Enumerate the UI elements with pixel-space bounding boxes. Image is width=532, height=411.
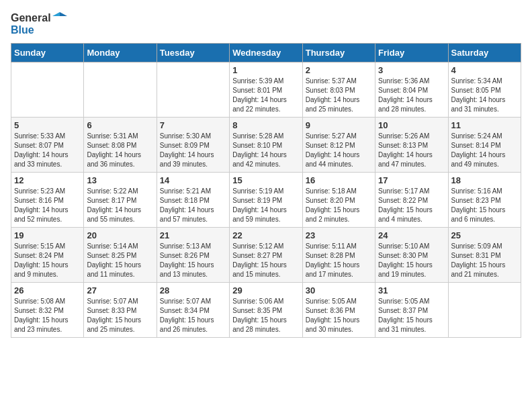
day-number: 15 bbox=[232, 175, 299, 185]
calendar-cell: 4Sunrise: 5:34 AM Sunset: 8:05 PM Daylig… bbox=[448, 62, 521, 117]
day-number: 23 bbox=[306, 230, 372, 240]
calendar-cell: 2Sunrise: 5:37 AM Sunset: 8:03 PM Daylig… bbox=[302, 62, 375, 117]
day-number: 24 bbox=[378, 230, 445, 240]
day-number: 25 bbox=[451, 230, 518, 240]
cell-content: Sunrise: 5:12 AM Sunset: 8:27 PM Dayligh… bbox=[232, 242, 299, 279]
cell-content: Sunrise: 5:26 AM Sunset: 8:13 PM Dayligh… bbox=[378, 132, 445, 169]
cell-content: Sunrise: 5:13 AM Sunset: 8:26 PM Dayligh… bbox=[160, 242, 226, 279]
day-number: 5 bbox=[14, 120, 81, 130]
calendar-cell bbox=[84, 62, 157, 117]
weekday-header-monday: Monday bbox=[84, 43, 157, 62]
cell-content: Sunrise: 5:34 AM Sunset: 8:05 PM Dayligh… bbox=[451, 77, 518, 114]
cell-content: Sunrise: 5:05 AM Sunset: 8:36 PM Dayligh… bbox=[306, 297, 372, 334]
weekday-header-tuesday: Tuesday bbox=[157, 43, 229, 62]
calendar-cell: 21Sunrise: 5:13 AM Sunset: 8:26 PM Dayli… bbox=[157, 227, 229, 282]
calendar-cell bbox=[157, 62, 229, 117]
logo-general: General bbox=[11, 12, 51, 24]
calendar-table: SundayMondayTuesdayWednesdayThursdayFrid… bbox=[11, 43, 521, 338]
cell-content: Sunrise: 5:16 AM Sunset: 8:23 PM Dayligh… bbox=[451, 187, 518, 224]
calendar-cell: 6Sunrise: 5:31 AM Sunset: 8:08 PM Daylig… bbox=[84, 117, 157, 172]
day-number: 21 bbox=[160, 230, 226, 240]
day-number: 12 bbox=[14, 175, 81, 185]
calendar-cell: 26Sunrise: 5:08 AM Sunset: 8:32 PM Dayli… bbox=[11, 282, 84, 337]
day-number: 2 bbox=[306, 65, 372, 75]
cell-content: Sunrise: 5:22 AM Sunset: 8:17 PM Dayligh… bbox=[87, 187, 153, 224]
day-number: 6 bbox=[87, 120, 153, 130]
logo: General Blue bbox=[11, 11, 67, 36]
day-number: 28 bbox=[160, 285, 226, 295]
calendar-cell: 18Sunrise: 5:16 AM Sunset: 8:23 PM Dayli… bbox=[448, 172, 521, 227]
cell-content: Sunrise: 5:07 AM Sunset: 8:33 PM Dayligh… bbox=[87, 297, 153, 334]
day-number: 10 bbox=[378, 120, 445, 130]
page-header: General Blue bbox=[11, 11, 521, 36]
cell-content: Sunrise: 5:36 AM Sunset: 8:04 PM Dayligh… bbox=[378, 77, 445, 114]
svg-marker-0 bbox=[60, 12, 67, 16]
day-number: 4 bbox=[451, 65, 518, 75]
day-number: 31 bbox=[378, 285, 445, 295]
calendar-cell bbox=[448, 282, 521, 337]
calendar-cell: 9Sunrise: 5:27 AM Sunset: 8:12 PM Daylig… bbox=[302, 117, 375, 172]
calendar-cell: 29Sunrise: 5:06 AM Sunset: 8:35 PM Dayli… bbox=[230, 282, 302, 337]
calendar-cell: 1Sunrise: 5:39 AM Sunset: 8:01 PM Daylig… bbox=[230, 62, 302, 117]
calendar-week-2: 5Sunrise: 5:33 AM Sunset: 8:07 PM Daylig… bbox=[11, 117, 521, 172]
day-number: 3 bbox=[378, 65, 445, 75]
cell-content: Sunrise: 5:10 AM Sunset: 8:30 PM Dayligh… bbox=[378, 242, 445, 279]
day-number: 22 bbox=[232, 230, 299, 240]
cell-content: Sunrise: 5:24 AM Sunset: 8:14 PM Dayligh… bbox=[451, 132, 518, 169]
day-number: 16 bbox=[306, 175, 372, 185]
calendar-cell: 27Sunrise: 5:07 AM Sunset: 8:33 PM Dayli… bbox=[84, 282, 157, 337]
day-number: 18 bbox=[451, 175, 518, 185]
calendar-cell: 8Sunrise: 5:28 AM Sunset: 8:10 PM Daylig… bbox=[230, 117, 302, 172]
calendar-week-3: 12Sunrise: 5:23 AM Sunset: 8:16 PM Dayli… bbox=[11, 172, 521, 227]
cell-content: Sunrise: 5:33 AM Sunset: 8:07 PM Dayligh… bbox=[14, 132, 81, 169]
weekday-header-friday: Friday bbox=[375, 43, 448, 62]
cell-content: Sunrise: 5:23 AM Sunset: 8:16 PM Dayligh… bbox=[14, 187, 81, 224]
day-number: 20 bbox=[87, 230, 153, 240]
weekday-header-wednesday: Wednesday bbox=[230, 43, 302, 62]
cell-content: Sunrise: 5:07 AM Sunset: 8:34 PM Dayligh… bbox=[160, 297, 226, 334]
day-number: 30 bbox=[306, 285, 372, 295]
calendar-cell: 25Sunrise: 5:09 AM Sunset: 8:31 PM Dayli… bbox=[448, 227, 521, 282]
cell-content: Sunrise: 5:14 AM Sunset: 8:25 PM Dayligh… bbox=[87, 242, 153, 279]
weekday-header-thursday: Thursday bbox=[302, 43, 375, 62]
calendar-cell: 5Sunrise: 5:33 AM Sunset: 8:07 PM Daylig… bbox=[11, 117, 84, 172]
cell-content: Sunrise: 5:06 AM Sunset: 8:35 PM Dayligh… bbox=[232, 297, 299, 334]
calendar-cell: 31Sunrise: 5:05 AM Sunset: 8:37 PM Dayli… bbox=[375, 282, 448, 337]
cell-content: Sunrise: 5:28 AM Sunset: 8:10 PM Dayligh… bbox=[232, 132, 299, 169]
calendar-cell: 14Sunrise: 5:21 AM Sunset: 8:18 PM Dayli… bbox=[157, 172, 229, 227]
calendar-cell: 7Sunrise: 5:30 AM Sunset: 8:09 PM Daylig… bbox=[157, 117, 229, 172]
calendar-cell: 15Sunrise: 5:19 AM Sunset: 8:19 PM Dayli… bbox=[230, 172, 302, 227]
cell-content: Sunrise: 5:39 AM Sunset: 8:01 PM Dayligh… bbox=[232, 77, 299, 114]
logo-bird-icon bbox=[52, 11, 67, 26]
calendar-cell: 22Sunrise: 5:12 AM Sunset: 8:27 PM Dayli… bbox=[230, 227, 302, 282]
svg-marker-1 bbox=[52, 12, 60, 16]
cell-content: Sunrise: 5:37 AM Sunset: 8:03 PM Dayligh… bbox=[306, 77, 372, 114]
day-number: 26 bbox=[14, 285, 81, 295]
calendar-cell: 28Sunrise: 5:07 AM Sunset: 8:34 PM Dayli… bbox=[157, 282, 229, 337]
calendar-cell bbox=[11, 62, 84, 117]
day-number: 1 bbox=[232, 65, 299, 75]
calendar-cell: 10Sunrise: 5:26 AM Sunset: 8:13 PM Dayli… bbox=[375, 117, 448, 172]
calendar-week-4: 19Sunrise: 5:15 AM Sunset: 8:24 PM Dayli… bbox=[11, 227, 521, 282]
cell-content: Sunrise: 5:18 AM Sunset: 8:20 PM Dayligh… bbox=[306, 187, 372, 224]
calendar-cell: 17Sunrise: 5:17 AM Sunset: 8:22 PM Dayli… bbox=[375, 172, 448, 227]
day-number: 14 bbox=[160, 175, 226, 185]
day-number: 29 bbox=[232, 285, 299, 295]
calendar-cell: 24Sunrise: 5:10 AM Sunset: 8:30 PM Dayli… bbox=[375, 227, 448, 282]
calendar-cell: 3Sunrise: 5:36 AM Sunset: 8:04 PM Daylig… bbox=[375, 62, 448, 117]
calendar-cell: 11Sunrise: 5:24 AM Sunset: 8:14 PM Dayli… bbox=[448, 117, 521, 172]
cell-content: Sunrise: 5:05 AM Sunset: 8:37 PM Dayligh… bbox=[378, 297, 445, 334]
cell-content: Sunrise: 5:21 AM Sunset: 8:18 PM Dayligh… bbox=[160, 187, 226, 224]
calendar-cell: 13Sunrise: 5:22 AM Sunset: 8:17 PM Dayli… bbox=[84, 172, 157, 227]
cell-content: Sunrise: 5:15 AM Sunset: 8:24 PM Dayligh… bbox=[14, 242, 81, 279]
weekday-header-row: SundayMondayTuesdayWednesdayThursdayFrid… bbox=[11, 43, 521, 62]
cell-content: Sunrise: 5:19 AM Sunset: 8:19 PM Dayligh… bbox=[232, 187, 299, 224]
day-number: 9 bbox=[306, 120, 372, 130]
cell-content: Sunrise: 5:08 AM Sunset: 8:32 PM Dayligh… bbox=[14, 297, 81, 334]
cell-content: Sunrise: 5:31 AM Sunset: 8:08 PM Dayligh… bbox=[87, 132, 153, 169]
calendar-cell: 30Sunrise: 5:05 AM Sunset: 8:36 PM Dayli… bbox=[302, 282, 375, 337]
calendar-cell: 23Sunrise: 5:11 AM Sunset: 8:28 PM Dayli… bbox=[302, 227, 375, 282]
day-number: 17 bbox=[378, 175, 445, 185]
logo-blue: Blue bbox=[11, 24, 67, 36]
day-number: 19 bbox=[14, 230, 81, 240]
